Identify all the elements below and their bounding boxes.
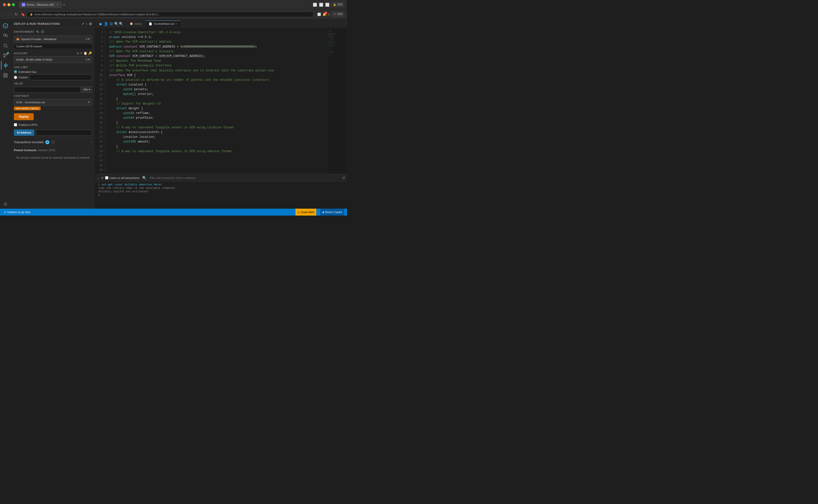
listen-input[interactable] [105, 176, 108, 179]
contract-label: CONTRACT [14, 95, 92, 97]
run-icon[interactable]: ▶ [100, 22, 102, 26]
value-section: VALUE 0 Wei ▾ [11, 81, 95, 94]
svg-line-5 [6, 46, 7, 48]
zoom-out-icon[interactable]: 🔍 [114, 22, 118, 26]
custom-gas-radio[interactable] [14, 76, 17, 79]
account-arrow-icon: ⊙ [85, 58, 88, 61]
files-icon[interactable] [1, 31, 10, 40]
git-icon[interactable] [1, 51, 10, 60]
deploy-icon[interactable] [1, 61, 10, 70]
url-bar[interactable]: 🔒 remix.ethereum.org/#lang=en&optimize=f… [27, 12, 313, 17]
svg-line-11 [5, 55, 7, 57]
contract-section: CONTRACT XCM - XcmInterface.sol ▾ evm ve… [11, 94, 95, 111]
at-address-input[interactable]: 0x00000000000000000 [36, 130, 92, 136]
bookmark-icon[interactable]: 🔖 [21, 12, 25, 16]
tab-home[interactable]: 🏠 Home [127, 21, 145, 27]
deploy-button[interactable]: Deploy [14, 113, 34, 120]
search-filter-icon[interactable]: 🔍 [142, 176, 146, 180]
svg-rect-14 [6, 74, 7, 75]
copilot-badge[interactable]: ◈ Remix Copilot [320, 209, 344, 216]
transactions-expand-icon[interactable]: › [91, 140, 92, 144]
filter-input[interactable] [148, 176, 340, 180]
account-select-wrapper: 0x948...9FcB9 (2886.474403) ⊙ ▾ [11, 56, 95, 65]
toggle-icon[interactable]: ⊙ [110, 21, 113, 26]
forward-button[interactable]: › [8, 12, 11, 17]
settings-icon[interactable] [1, 200, 10, 209]
env-info-icon[interactable]: ⓘ [41, 30, 44, 34]
account-select[interactable]: 0x948...9FcB9 (2886.474403) ⊙ ▾ [14, 56, 92, 63]
arrow-right-icon[interactable]: › [86, 22, 87, 26]
refresh-filter-icon[interactable]: ↺ [342, 176, 345, 180]
terminal-line-1: > sol-gpt <your Solidity question here> [98, 183, 344, 186]
minimize-button[interactable] [7, 3, 10, 6]
value-unit-select[interactable]: Wei ▾ [82, 86, 92, 93]
file-tab-close[interactable]: × [175, 22, 177, 25]
transactions-row[interactable]: Transactions recorded 0 ⓘ › [11, 138, 95, 146]
deploy-row: Deploy [11, 111, 95, 122]
scam-alert-label: Scam Alert [301, 211, 314, 214]
listen-checkbox[interactable]: Listen on all transactions [105, 176, 139, 179]
svg-point-6 [3, 54, 5, 55]
gas-limit-label: GAS LIMIT [14, 66, 92, 69]
git-status[interactable]: ⎇ Initialize as git repo [3, 211, 30, 214]
home-icon: 🏠 [130, 22, 133, 25]
account-edit-icon[interactable]: ✏ [80, 52, 83, 55]
vpn-status[interactable]: 🛡 VPN [332, 12, 344, 16]
svg-rect-15 [3, 76, 5, 77]
environment-label: ENVIRONMENT [14, 30, 34, 33]
account-label: ACCOUNT [14, 52, 28, 55]
account-dropdown-arrow: ▾ [88, 58, 90, 61]
editor-area: ▶ 👤 ⊙ 🔍 🔍 🏠 Home 📄 XcmInterface.sol × [95, 19, 347, 209]
environment-section: ENVIRONMENT 🔌 ⓘ [11, 28, 95, 35]
estimated-gas-row: Estimated Gas [14, 70, 92, 73]
at-address-row: At Address 0x00000000000000000 [11, 128, 95, 138]
estimated-gas-radio[interactable] [14, 70, 17, 73]
zoom-in-icon[interactable]: 🔍 [119, 22, 123, 26]
window-controls: ⬜ ⬜ ⬜ 🔒 VPN [313, 2, 344, 7]
activity-bar: R [0, 19, 11, 209]
account-key-icon[interactable]: 🔑 [88, 52, 92, 55]
estimated-gas-label: Estimated Gas [19, 70, 36, 73]
deploy-panel: DEPLOY & RUN TRANSACTIONS ✓ › ⊞ ENVIRONM… [11, 19, 95, 209]
new-tab-button[interactable]: + [63, 2, 65, 7]
code-content[interactable]: // SPDX-License-Identifier: GPL-3.0-only… [105, 28, 327, 174]
plugin-manager-icon[interactable] [1, 71, 10, 80]
contract-select[interactable]: XCM - XcmInterface.sol ▾ [14, 99, 92, 106]
refresh-button[interactable]: ↻ [14, 11, 19, 17]
at-address-button[interactable]: At Address [14, 129, 34, 136]
custom-network-badge: Custom (5678) network [14, 44, 92, 49]
custom-gas-input[interactable]: 3000000 [29, 74, 92, 80]
status-right: ⚠ Scam Alert ◈ Remix Copilot [295, 209, 344, 216]
account-add-icon[interactable]: ⊕ [77, 52, 79, 55]
search-sidebar-icon[interactable] [1, 41, 10, 50]
grid-icon[interactable]: ⊞ [89, 22, 92, 26]
browser-tab[interactable]: R Remix - Ethereum IDE × [19, 1, 62, 8]
value-input[interactable]: 0 [14, 87, 81, 93]
environment-select[interactable]: 🦊 Injected Provider - MetaMask ⊙ ▾ [14, 36, 92, 42]
vpn-label: VPN [337, 3, 342, 6]
env-arrow-icon: ⊙ [85, 37, 88, 41]
code-editor[interactable]: 12345 678910 1112131415 1617181920 21222… [95, 28, 347, 174]
tab-xcminterface[interactable]: 📄 XcmInterface.sol × [146, 21, 180, 27]
scam-alert-badge[interactable]: ⚠ Scam Alert [295, 209, 316, 216]
back-button[interactable]: ‹ [3, 12, 6, 17]
transactions-info-icon[interactable]: ⓘ [51, 140, 55, 144]
maximize-button[interactable] [12, 3, 15, 6]
vpn-badge[interactable]: 🔒 VPN [331, 2, 344, 7]
share-icon[interactable]: ⬜ [317, 13, 321, 16]
vpn-icon: 🔒 [333, 3, 336, 6]
browser-toolbar: ⬜ 🔔 2 ⚠ 🛡 VPN [317, 12, 344, 16]
main-layout: R DEPLOY & RUN TRANSACTIONS ✓ › [0, 19, 347, 209]
tab-close-button[interactable]: × [56, 3, 59, 6]
env-plugin-icon[interactable]: 🔌 [36, 30, 40, 33]
close-button[interactable] [3, 3, 6, 6]
url-text: remix.ethereum.org/#lang=en&optimize=fal… [34, 13, 311, 16]
publish-checkbox[interactable] [14, 123, 17, 126]
remix-logo-icon[interactable]: R [1, 21, 10, 30]
account-copy-icon[interactable]: 📋 [84, 52, 87, 55]
agent-icon[interactable]: 👤 [104, 22, 108, 26]
check-icon[interactable]: ✓ [82, 22, 85, 26]
notification-badge[interactable]: 🔔 2 [322, 13, 326, 16]
tab-title: Remix - Ethereum IDE [27, 3, 54, 6]
collapse-panel-icon[interactable]: ⌄ [97, 176, 100, 180]
